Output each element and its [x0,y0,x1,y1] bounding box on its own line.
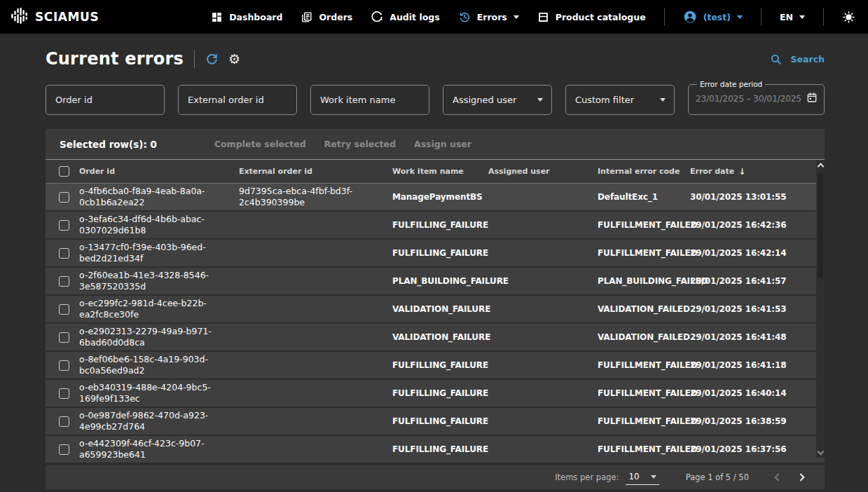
row-checkbox[interactable] [59,220,69,231]
table-scrollbar[interactable] [816,160,825,458]
top-nav: SCIAMUS Dashboard Orders [0,0,868,34]
cell-error-date: 29/01/2025 16:40:14 [690,388,825,398]
items-per-page-select[interactable]: 10 [626,470,659,485]
cell-work-item-name: FULFILLING_FAILURE [392,360,488,370]
work-item-name-filter-input[interactable] [310,85,429,115]
row-checkbox[interactable] [59,332,69,343]
table-row[interactable]: o-e442309f-46cf-423c-9b07-a659923be641 F… [46,436,825,464]
column-header-external-order-id[interactable]: External order id [239,167,392,176]
cell-order-id: o-8ef06be6-158c-4a19-903d-bc0a56ed9ad2 [79,352,239,378]
refresh-button[interactable] [205,53,219,66]
nav-item-label: Orders [319,12,352,22]
cell-order-id: o-4fb6cba0-f8a9-4eab-8a0a-0cb1b6a2ea22 [79,184,239,210]
cell-work-item-name: FULFILLING_FAILURE [392,416,488,426]
errors-history-icon [458,11,471,23]
table-row[interactable]: o-eb340319-488e-4204-9bc5-169fe9f133ec F… [46,380,825,408]
next-page-button[interactable] [795,472,806,483]
row-checkbox[interactable] [59,388,69,399]
cell-internal-error-code: FULFILLMENT_FAILED [598,388,690,398]
cell-order-id: o-13477cf0-f39e-403b-96ed-bed2d21ed34f [79,240,239,266]
nav-item-audit-logs[interactable]: Audit logs [371,11,439,23]
user-avatar-icon [683,10,697,24]
column-header-assigned-user[interactable]: Assigned user [488,167,598,176]
chevron-down-icon [514,15,519,19]
dashboard-icon [211,11,223,23]
error-date-period-field[interactable]: Error date period 23/01/2025 – 30/01/202… [688,80,825,115]
user-menu[interactable]: (test) [683,10,743,24]
cell-error-date: 29/01/2025 16:41:48 [690,332,825,342]
brand[interactable]: SCIAMUS [10,6,99,28]
cell-external-order-id [239,335,392,339]
chevron-right-icon [797,473,804,481]
table-row[interactable]: o-3efa6c34-df6d-4b6b-abac-0307029d61b8 F… [46,212,825,240]
custom-filter-select[interactable]: Custom filter [565,85,675,115]
theme-toggle[interactable] [842,11,855,24]
column-header-internal-error-code[interactable]: Internal error code [598,167,690,176]
column-header-label: Error date [690,167,734,176]
settings-button[interactable]: ⚙ [219,53,240,66]
table-row[interactable]: o-ec299fc2-981d-4cee-b22b-ea2fc8ce30fe V… [46,296,825,324]
row-checkbox[interactable] [59,192,69,203]
row-checkbox[interactable] [59,248,69,259]
cell-work-item-name: ManagePaymentBS [392,192,488,202]
assigned-user-filter-select[interactable]: Assigned user [443,85,552,115]
cell-internal-error-code: FULFILLMENT_FAILED [598,416,690,426]
nav-item-product-catalogue[interactable]: Product catalogue [537,11,646,23]
nav-item-dashboard[interactable]: Dashboard [211,11,282,23]
sort-desc-icon[interactable]: ↓ [738,167,745,177]
column-header-error-date[interactable]: Error date ↓ [690,167,825,177]
assigned-user-filter-label: Assigned user [453,95,516,105]
table-row[interactable]: o-4fb6cba0-f8a9-4eab-8a0a-0cb1b6a2ea22 9… [46,184,825,212]
cell-external-order-id [239,223,392,227]
column-header-work-item-name[interactable]: Work item name [392,167,488,176]
column-header-order-id[interactable]: Order id [79,167,239,176]
nav-item-errors[interactable]: Errors [458,11,519,23]
brand-name: SCIAMUS [35,10,99,24]
nav-item-orders[interactable]: Orders [301,11,352,23]
table-row[interactable]: o-8ef06be6-158c-4a19-903d-bc0a56ed9ad2 F… [46,352,825,380]
cell-internal-error-code: DefaultExc_1 [598,192,690,202]
cell-work-item-name: FULFILLING_FAILURE [392,220,488,230]
scroll-up-icon[interactable] [817,163,824,170]
assign-user-button[interactable]: Assign user [414,139,471,149]
page-header: Current errors ⚙ Search [46,49,825,69]
table-row[interactable]: o-13477cf0-f39e-403b-96ed-bed2d21ed34f F… [46,240,825,268]
cell-internal-error-code: FULFILLMENT_FAILED [598,444,690,454]
select-all-checkbox[interactable] [59,166,69,177]
previous-page-button[interactable] [773,472,784,483]
search-button[interactable]: Search [770,53,825,65]
external-order-id-filter-input[interactable] [178,85,297,115]
chevron-down-icon [737,15,743,19]
scrollbar-thumb[interactable] [818,173,823,278]
row-checkbox[interactable] [59,276,69,287]
cell-error-date: 30/01/2025 13:01:55 [690,192,825,202]
row-checkbox[interactable] [59,304,69,315]
cell-internal-error-code: FULFILLMENT_FAILED [598,360,690,370]
cell-error-date: 29/01/2025 16:41:18 [690,360,825,370]
table-row[interactable]: o-2f60ea1b-41e3-4328-8546-3e587520335d P… [46,268,825,296]
calendar-icon[interactable] [806,92,818,106]
custom-filter-label: Custom filter [575,95,634,105]
language-selector[interactable]: EN [780,12,805,22]
table-row[interactable]: o-0e987def-9862-470d-a923-4e99cb27d764 F… [46,408,825,436]
order-id-filter-input[interactable] [46,85,165,115]
row-checkbox[interactable] [59,444,69,455]
selection-toolbar: Selected row(s): 0 Complete selected Ret… [46,129,825,160]
cell-order-id: o-ec299fc2-981d-4cee-b22b-ea2fc8ce30fe [79,296,239,322]
retry-selected-button[interactable]: Retry selected [324,139,396,149]
scroll-down-icon[interactable] [817,449,824,456]
cell-external-order-id [239,279,392,283]
table-row[interactable]: o-e2902313-2279-49a9-b971-6bad60d0d8ca V… [46,324,825,352]
cell-external-order-id [239,251,392,255]
complete-selected-button[interactable]: Complete selected [214,139,306,149]
chevron-down-icon [799,15,805,19]
nav-item-label: Errors [477,12,507,22]
cell-error-date: 29/01/2025 16:38:59 [690,416,825,426]
sun-icon [842,11,855,24]
page-info: Page 1 of 5 / 50 [686,472,749,482]
cell-work-item-name: PLAN_BUILDING_FAILURE [392,276,488,286]
page-title: Current errors [46,49,184,69]
row-checkbox[interactable] [59,416,69,427]
row-checkbox[interactable] [59,360,69,371]
cell-error-date: 29/01/2025 16:37:56 [690,444,825,454]
